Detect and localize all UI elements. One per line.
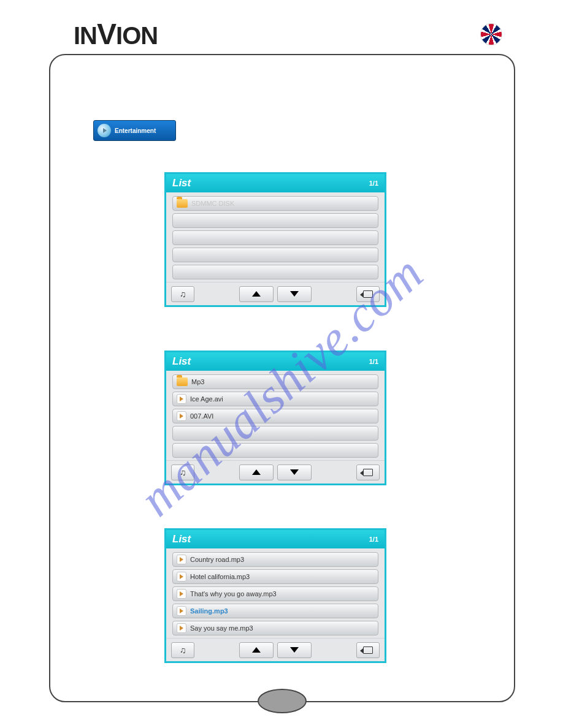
item-label: Mp3 (191, 378, 204, 385)
list-item[interactable] (172, 213, 378, 228)
back-folder-icon (363, 290, 373, 298)
item-label: Country road.mp3 (190, 556, 244, 563)
panel-body: Country road.mp3 Hotel california.mp3 Th… (166, 548, 385, 638)
back-folder-icon (363, 469, 373, 476)
item-label: Ice Age.avi (190, 395, 223, 403)
entertainment-label: Entertainment (115, 127, 156, 134)
panel-footer: ♫ (166, 638, 385, 661)
triangle-up-icon (252, 647, 261, 653)
item-label: SDMMC DISK (191, 200, 234, 207)
back-button[interactable] (356, 464, 380, 480)
list-item[interactable]: That's why you go away.mp3 (172, 586, 378, 601)
media-icon (177, 572, 186, 582)
list-panel-3: List 1/1 Country road.mp3 Hotel californ… (164, 528, 386, 663)
music-button[interactable]: ♫ (171, 642, 194, 658)
panel-title: List (172, 177, 191, 189)
list-item[interactable] (172, 230, 378, 245)
triangle-down-icon (290, 647, 299, 653)
triangle-up-icon (252, 469, 261, 475)
up-button[interactable] (239, 642, 274, 658)
down-button[interactable] (277, 464, 312, 480)
list-item[interactable] (172, 265, 378, 279)
panel-footer: ♫ (166, 460, 385, 483)
folder-icon (177, 377, 188, 386)
item-label: 007.AVI (190, 412, 213, 420)
list-item[interactable]: Hotel california.mp3 (172, 569, 378, 584)
panel-page-indicator: 1/1 (369, 180, 378, 187)
entertainment-button[interactable]: Entertainment (93, 120, 176, 141)
list-item[interactable]: Sailing.mp3 (172, 604, 378, 618)
music-button[interactable]: ♫ (171, 464, 194, 480)
list-item[interactable]: Say you say me.mp3 (172, 621, 378, 635)
brand-logo: INVION (74, 17, 158, 51)
panel-title-bar: List 1/1 (166, 352, 385, 371)
panel-page-indicator: 1/1 (369, 358, 378, 365)
panel-body: SDMMC DISK (166, 192, 385, 282)
panel-body: Mp3 Ice Age.avi 007.AVI (166, 371, 385, 460)
back-button[interactable] (356, 642, 380, 658)
panel-footer: ♫ (166, 282, 385, 305)
item-label: Hotel california.mp3 (190, 573, 250, 580)
list-item[interactable]: 007.AVI (172, 409, 378, 423)
back-folder-icon (363, 646, 373, 654)
media-icon (177, 606, 186, 616)
list-item[interactable]: Country road.mp3 (172, 552, 378, 567)
note-icon: ♫ (180, 468, 186, 477)
media-icon (177, 411, 186, 421)
list-item[interactable]: Ice Age.avi (172, 392, 378, 406)
list-item[interactable] (172, 248, 378, 262)
page-number-oval (258, 689, 307, 713)
up-button[interactable] (239, 286, 274, 302)
panel-title: List (172, 355, 191, 368)
item-label: Sailing.mp3 (190, 607, 228, 615)
note-icon: ♫ (180, 645, 186, 655)
page-header: INVION (74, 17, 502, 51)
list-panel-2: List 1/1 Mp3 Ice Age.avi 007.AVI ♫ (164, 351, 386, 485)
item-label: That's why you go away.mp3 (190, 590, 277, 597)
panel-title: List (172, 533, 191, 545)
list-item[interactable]: Mp3 (172, 374, 378, 389)
uk-flag-icon (481, 24, 502, 45)
media-icon (177, 589, 186, 599)
down-button[interactable] (277, 286, 312, 302)
list-item[interactable] (172, 426, 378, 441)
folder-icon (177, 199, 188, 208)
media-icon (177, 394, 186, 404)
up-button[interactable] (239, 464, 274, 480)
panel-title-bar: List 1/1 (166, 530, 385, 548)
back-button[interactable] (356, 286, 380, 302)
down-button[interactable] (277, 642, 312, 658)
triangle-down-icon (290, 291, 299, 297)
triangle-down-icon (290, 469, 299, 475)
play-icon (98, 124, 111, 137)
list-panel-1: List 1/1 SDMMC DISK ♫ (164, 172, 386, 307)
media-icon (177, 623, 186, 633)
list-item[interactable] (172, 443, 378, 458)
media-icon (177, 555, 186, 564)
item-label: Say you say me.mp3 (190, 624, 253, 632)
music-button[interactable]: ♫ (171, 286, 194, 302)
panel-title-bar: List 1/1 (166, 174, 385, 192)
triangle-up-icon (252, 291, 261, 297)
list-item[interactable]: SDMMC DISK (172, 196, 378, 211)
note-icon: ♫ (180, 289, 186, 299)
panel-page-indicator: 1/1 (369, 536, 378, 543)
